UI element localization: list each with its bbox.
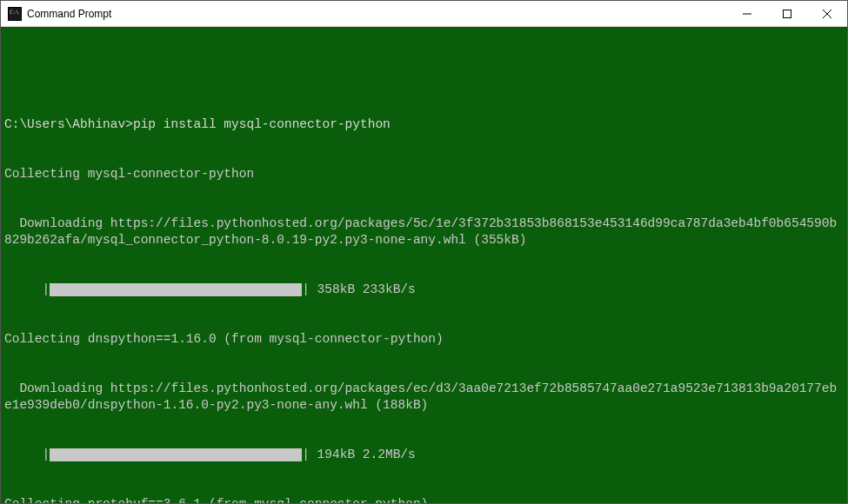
progress-line: || 194kB 2.2MB/s bbox=[4, 447, 844, 463]
output-line: Collecting protobuf==3.6.1 (from mysql-c… bbox=[4, 496, 844, 503]
output-line: Collecting mysql-connector-python bbox=[4, 166, 844, 182]
progress-stats: | 194kB 2.2MB/s bbox=[302, 447, 416, 463]
prompt-text: C:\Users\Abhinav> bbox=[4, 117, 133, 131]
output-line: Collecting dnspython==1.16.0 (from mysql… bbox=[4, 331, 844, 348]
progress-indent: | bbox=[4, 282, 50, 298]
progress-indent: | bbox=[4, 447, 50, 463]
empty-line bbox=[4, 67, 844, 83]
svg-rect-4 bbox=[784, 10, 791, 18]
window-controls bbox=[727, 1, 847, 26]
output-line: Downloading https://files.pythonhosted.o… bbox=[4, 216, 844, 249]
progress-stats: | 358kB 233kB/s bbox=[302, 282, 416, 298]
window: C:\ Command Prompt C:\Users\Abhinav>pip … bbox=[0, 0, 848, 504]
svg-text:C:\: C:\ bbox=[10, 9, 19, 15]
close-button[interactable] bbox=[807, 1, 847, 27]
command-line: C:\Users\Abhinav>pip install mysql-conne… bbox=[4, 116, 844, 133]
output-line: Downloading https://files.pythonhosted.o… bbox=[4, 381, 844, 414]
progress-line: || 358kB 233kB/s bbox=[4, 282, 844, 298]
cmd-icon: C:\ bbox=[8, 7, 22, 21]
terminal-area[interactable]: C:\Users\Abhinav>pip install mysql-conne… bbox=[1, 27, 847, 503]
titlebar[interactable]: C:\ Command Prompt bbox=[1, 1, 847, 27]
progress-bar bbox=[50, 448, 302, 461]
maximize-button[interactable] bbox=[767, 1, 807, 27]
minimize-button[interactable] bbox=[727, 1, 767, 27]
progress-bar bbox=[50, 283, 302, 296]
window-title: Command Prompt bbox=[27, 8, 727, 20]
command-text: pip install mysql-connector-python bbox=[133, 117, 391, 131]
